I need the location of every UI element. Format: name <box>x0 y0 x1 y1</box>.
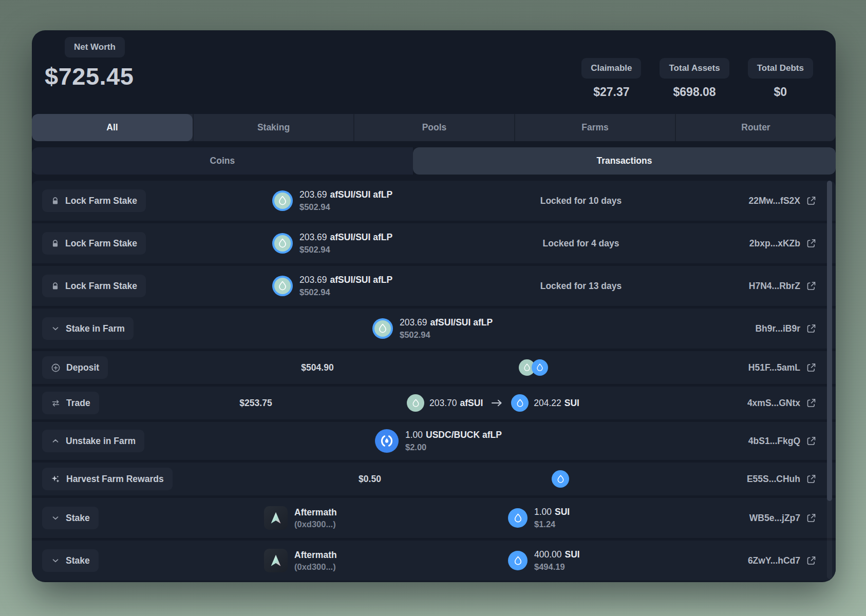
transaction-row-stake: Stake Aftermath (0xd300...) 1.00SUI $1.2… <box>32 498 836 538</box>
action-badge: Lock Farm Stake <box>42 275 146 297</box>
token-name: afSUI/SUI afLP <box>430 317 493 328</box>
lock-icon <box>51 239 60 248</box>
tx-hash: 22Mw...fS2X <box>749 196 801 206</box>
tx-link[interactable]: Bh9r...iB9r <box>755 323 817 334</box>
action-badge-expandable[interactable]: Stake in Farm <box>42 317 134 340</box>
stat-label: Total Debts <box>748 58 813 79</box>
scrollbar-track[interactable] <box>827 181 832 579</box>
locked-duration: Locked for 4 days <box>524 238 637 249</box>
action-badge-expandable[interactable]: Stake <box>42 507 99 529</box>
protocol-block: Aftermath (0xd300...) <box>264 549 337 572</box>
tx-link[interactable]: 4bS1...FkgQ <box>748 436 817 447</box>
tx-link[interactable]: WB5e...jZp7 <box>749 513 817 524</box>
tab-farms[interactable]: Farms <box>514 114 675 141</box>
sui-drop-icon <box>556 474 566 484</box>
amount-value: 1.00 <box>405 430 423 440</box>
scrollbar-thumb[interactable] <box>827 181 832 501</box>
sui-drop-icon <box>377 323 388 334</box>
token-name: SUI <box>555 507 570 517</box>
tab-coins[interactable]: Coins <box>32 147 413 175</box>
amount-value: 203.69 <box>299 232 327 242</box>
portfolio-card: Net Worth $725.45 Claimable $27.37 Total… <box>32 30 836 582</box>
sui-coin-icon <box>532 359 548 376</box>
tab-all[interactable]: All <box>32 114 193 141</box>
action-label: Lock Farm Stake <box>65 238 137 249</box>
tx-hash: Bh9r...iB9r <box>755 323 800 334</box>
amount-block: 1.00USDC/BUCK afLP $2.00 <box>375 429 502 453</box>
net-worth-value: $725.45 <box>45 62 134 90</box>
amount-usd: $1.24 <box>534 519 570 529</box>
tab-pools[interactable]: Pools <box>353 114 514 141</box>
amount-lines: 203.69afSUI/SUI afLP $502.94 <box>400 317 493 340</box>
tx-link[interactable]: 4xmS...GNtx <box>747 398 817 409</box>
sui-drop-icon <box>277 195 288 206</box>
trade-legs: 203.70afSUI 204.22SUI <box>407 394 579 412</box>
action-badge-expandable[interactable]: Stake <box>42 549 99 572</box>
transaction-row-stake: Stake Aftermath (0xd300...) 400.00SUI $4… <box>32 541 836 581</box>
stat-label: Claimable <box>581 58 641 79</box>
afsui-coin-icon <box>407 394 424 412</box>
trade-to-token: SUI <box>564 398 579 408</box>
tab-staking[interactable]: Staking <box>193 114 353 141</box>
tx-link[interactable]: E55S...CHuh <box>747 474 817 485</box>
chevron-down-icon <box>51 556 60 565</box>
tx-hash: 4bS1...FkgQ <box>748 436 800 447</box>
sui-coin-icon <box>508 551 528 570</box>
amount-lines: 1.00USDC/BUCK afLP $2.00 <box>405 430 502 452</box>
amount-lines: 400.00SUI $494.19 <box>534 549 580 572</box>
external-link-icon <box>806 323 817 334</box>
external-link-icon <box>806 474 817 485</box>
stat-total-assets: Total Assets $698.08 <box>660 58 729 99</box>
trade-from-amount: 203.70 <box>429 398 457 408</box>
amount-lines: 203.69afSUI/SUI afLP $502.94 <box>299 275 392 297</box>
transaction-row-lock-farm-stake: Lock Farm Stake 203.69afSUI/SUI afLP $50… <box>32 266 836 306</box>
amount-value: 203.69 <box>299 275 327 285</box>
protocol-address: (0xd300...) <box>294 519 337 529</box>
tx-link[interactable]: H7N4...RbrZ <box>749 281 817 292</box>
amount-usd: $502.94 <box>299 287 392 297</box>
token-name: afSUI/SUI afLP <box>330 189 393 200</box>
afsui-sui-lp-coin-icon <box>272 190 293 211</box>
tx-link[interactable]: 22Mw...fS2X <box>749 196 817 206</box>
tx-hash: H51F...5amL <box>748 362 800 373</box>
sui-drop-icon <box>513 513 523 524</box>
transaction-row-unstake-in-farm: Unstake in Farm 1.00USDC/BUCK afLP $2.00… <box>32 422 836 460</box>
external-link-icon <box>806 362 817 373</box>
action-badge-expandable[interactable]: Unstake in Farm <box>42 430 144 452</box>
token-name: afSUI/SUI afLP <box>330 232 393 242</box>
amount-block: 203.69afSUI/SUI afLP $502.94 <box>272 189 392 212</box>
action-label: Stake <box>66 513 90 524</box>
chevron-up-icon <box>51 436 60 446</box>
tx-link[interactable]: 2bxp...xKZb <box>749 238 817 249</box>
sui-drop-icon <box>535 363 544 372</box>
amount-block: 1.00SUI $1.24 <box>508 507 570 529</box>
sui-coin-icon <box>508 508 528 528</box>
tx-hash: H7N4...RbrZ <box>749 281 800 292</box>
tx-link[interactable]: 6ZwY...hCd7 <box>748 555 817 566</box>
transactions-list: Lock Farm Stake 203.69afSUI/SUI afLP $50… <box>32 181 836 582</box>
external-link-icon <box>806 238 817 249</box>
action-badge: Trade <box>42 392 99 414</box>
tab-router[interactable]: Router <box>675 114 836 141</box>
external-link-icon <box>806 281 817 292</box>
action-badge: Deposit <box>42 356 108 379</box>
action-label: Deposit <box>66 362 99 373</box>
sui-drop-icon <box>277 238 288 249</box>
deposit-coin-pair <box>519 359 549 376</box>
tab-transactions[interactable]: Transactions <box>413 147 836 175</box>
action-badge: Lock Farm Stake <box>42 189 146 212</box>
amount-block: 203.69afSUI/SUI afLP $502.94 <box>272 232 392 255</box>
amount-lines: 203.69afSUI/SUI afLP $502.94 <box>299 189 392 212</box>
amount-value: 1.00 <box>534 507 552 517</box>
sui-drop-icon <box>515 398 525 408</box>
net-worth-badge: Net Worth <box>65 37 125 57</box>
action-label: Stake <box>66 555 90 566</box>
tx-link[interactable]: H51F...5amL <box>748 362 817 373</box>
afsui-sui-lp-coin-icon <box>372 318 393 339</box>
action-label: Harvest Farm Rewards <box>66 474 164 485</box>
harvest-usd-value: $0.50 <box>318 474 421 485</box>
action-badge: Lock Farm Stake <box>42 232 146 255</box>
arrow-right-icon <box>491 399 503 407</box>
chevron-down-icon <box>51 513 60 523</box>
amount-value: 400.00 <box>534 549 562 560</box>
